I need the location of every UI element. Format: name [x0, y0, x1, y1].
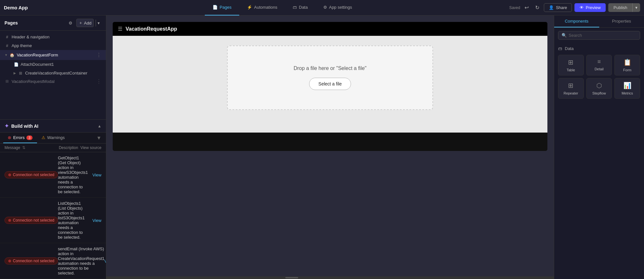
warnings-tab[interactable]: ⚠ Warnings [37, 133, 69, 143]
errors-table-header: Message ⇅ Description View source [0, 144, 106, 152]
form-icon: 📋 [623, 58, 631, 66]
app-frame: ☰ VacationRequestApp Drop a file here or… [113, 22, 547, 151]
warning-icon: ⚠ [42, 135, 45, 140]
add-page-button[interactable]: ＋ Add [76, 19, 94, 27]
tab-components[interactable]: Components [554, 15, 599, 27]
errors-tabs: ⊗ Errors 3 ⚠ Warnings ▼ [0, 133, 106, 144]
chevron-up-icon: ▲ [98, 124, 101, 128]
preview-button[interactable]: 👁 Preview [574, 3, 606, 12]
chevron-down-icon: ▼ [5, 53, 8, 57]
sidebar-item-vacation-form[interactable]: ▼ 🏠 VacationRequestForm ⋮ [0, 50, 106, 60]
view-link-1[interactable]: View [92, 173, 101, 177]
main-layout: Pages ⚙ ＋ Add ▾ # Header & navigation # … [0, 15, 644, 279]
sidebar-header: Pages ⚙ ＋ Add ▾ [0, 15, 106, 31]
component-metrics[interactable]: 📊 Metrics [614, 78, 640, 99]
app-title: Demo App [4, 5, 55, 10]
sidebar-tree: # Header & navigation # App theme ▼ 🏠 Va… [0, 31, 106, 119]
sidebar-item-vacation-modal[interactable]: ⊞ VacationRequestModal ⋮ [0, 77, 106, 85]
errors-count-badge: 3 [26, 135, 32, 140]
top-bar: Demo App 📄 Pages ⚡ Automations 🗃 Data ⚙ … [0, 0, 644, 15]
sidebar-settings-button[interactable]: ⚙ [67, 20, 74, 26]
app-frame-title: VacationRequestApp [126, 26, 177, 32]
data-section-label: 🗃 Data [558, 46, 640, 51]
ai-star-icon: ✦ [5, 123, 9, 129]
file-drop-zone[interactable]: Drop a file here or "Select a file" Sele… [227, 45, 433, 110]
publish-button[interactable]: Publish [608, 3, 632, 12]
more-options-icon-2[interactable]: ⋮ [96, 78, 101, 85]
nav-tab-app-settings[interactable]: ⚙ App settings [316, 0, 360, 15]
search-icon: 🔍 [562, 33, 567, 38]
tab-properties[interactable]: Properties [599, 15, 644, 27]
publish-group: Publish ▾ [608, 3, 640, 12]
error-icon-1: ⊗ [8, 173, 11, 177]
component-detail[interactable]: ≡ Detail [586, 55, 612, 75]
canvas-wrapper[interactable]: ☰ VacationRequestApp Drop a file here or… [106, 15, 554, 276]
component-stepflow[interactable]: ⬡ Stepflow [586, 78, 612, 99]
nav-tab-pages[interactable]: 📄 Pages [205, 0, 239, 15]
repeater-icon: ⊞ [568, 82, 573, 89]
more-options-icon[interactable]: ⋮ [96, 52, 101, 58]
hash-icon: # [5, 35, 10, 39]
plus-icon: ＋ [79, 20, 83, 26]
top-actions: Saved ↩ ↻ 👤 Share 👁 Preview Publish ▾ [509, 3, 640, 12]
right-panel-tabs: Components Properties [554, 15, 644, 28]
sidebar-item-attach-doc[interactable]: 📄 AttachDocument1 [0, 60, 106, 69]
build-ai-header[interactable]: ✦ Build with AI ▲ [0, 120, 106, 132]
error-row: ⊗ Connection not selected ListObjects1 (… [0, 198, 106, 243]
app-frame-body: Drop a file here or "Select a file" Sele… [113, 36, 547, 133]
automations-icon: ⚡ [247, 5, 252, 10]
sort-icon[interactable]: ⇅ [22, 145, 25, 150]
modal-icon: ⊞ [5, 79, 10, 84]
error-row: ⊗ Connection not selected GetObject1 (Ge… [0, 152, 106, 198]
view-link-2[interactable]: View [92, 218, 101, 223]
nav-tab-data[interactable]: 🗃 Data [285, 0, 315, 15]
undo-button[interactable]: ↩ [523, 3, 531, 12]
search-input[interactable] [569, 33, 637, 38]
canvas-scrollbar-thumb [285, 277, 298, 278]
error-icon-2: ⊗ [8, 218, 11, 223]
share-icon: 👤 [549, 5, 554, 10]
metrics-icon: 📊 [623, 82, 631, 89]
container-icon: ⊞ [18, 71, 23, 75]
errors-tab[interactable]: ⊗ Errors 3 [3, 133, 37, 143]
select-file-button[interactable]: Select a file [309, 78, 351, 90]
collapse-errors-button[interactable]: ▼ [95, 134, 103, 142]
component-table[interactable]: ⊞ Table [558, 55, 584, 75]
build-ai-section: ✦ Build with AI ▲ [0, 119, 106, 132]
add-page-dropdown-button[interactable]: ▾ [96, 20, 101, 26]
hamburger-icon: ☰ [118, 26, 122, 32]
error-badge-pill-3: ⊗ Connection not selected [5, 257, 58, 264]
nav-tab-automations[interactable]: ⚡ Automations [239, 0, 285, 15]
database-icon: 🗃 [558, 46, 562, 51]
sidebar-item-app-theme[interactable]: # App theme [0, 41, 106, 50]
publish-dropdown-button[interactable]: ▾ [632, 3, 640, 12]
app-frame-header: ☰ VacationRequestApp [113, 22, 547, 36]
sidebar-item-header-nav[interactable]: # Header & navigation [0, 33, 106, 41]
detail-icon: ≡ [597, 58, 601, 65]
saved-label: Saved [509, 5, 520, 10]
preview-icon: 👁 [580, 5, 584, 10]
component-repeater[interactable]: ⊞ Repeater [558, 78, 584, 99]
sidebar-actions: ⚙ ＋ Add ▾ [67, 19, 101, 27]
redo-button[interactable]: ↻ [533, 3, 541, 12]
error-badge-pill-1: ⊗ Connection not selected [5, 171, 58, 178]
right-panel: Components Properties 🔍 🗃 Data ⊞ Table ≡… [554, 15, 644, 279]
error-badge-pill-2: ⊗ Connection not selected [5, 217, 58, 224]
hash-icon-2: # [5, 44, 10, 48]
share-button[interactable]: 👤 Share [544, 3, 572, 12]
canvas-scrollbar[interactable] [106, 276, 554, 279]
components-grid: ⊞ Table ≡ Detail 📋 Form ⊞ Repeater ⬡ [558, 55, 640, 99]
component-form[interactable]: 📋 Form [614, 55, 640, 75]
error-icon-3: ⊗ [8, 259, 11, 263]
errors-panel: ⊗ Errors 3 ⚠ Warnings ▼ Message ⇅ Descri… [0, 132, 106, 279]
components-section: 🗃 Data ⊞ Table ≡ Detail 📋 Form ⊞ [554, 43, 644, 102]
build-ai-title: ✦ Build with AI [5, 123, 38, 129]
center-area: ☰ VacationRequestApp Drop a file here or… [106, 15, 554, 279]
top-nav: 📄 Pages ⚡ Automations 🗃 Data ⚙ App setti… [58, 0, 507, 15]
sidebar-item-create-container[interactable]: ▶ ⊞ CreateVacationRequestContainer [0, 69, 106, 77]
settings-icon: ⚙ [323, 5, 327, 10]
pages-icon: 📄 [213, 5, 218, 10]
stepflow-icon: ⬡ [596, 82, 602, 89]
home-icon: 🏠 [10, 53, 15, 57]
chevron-right-icon: ▶ [14, 71, 16, 75]
